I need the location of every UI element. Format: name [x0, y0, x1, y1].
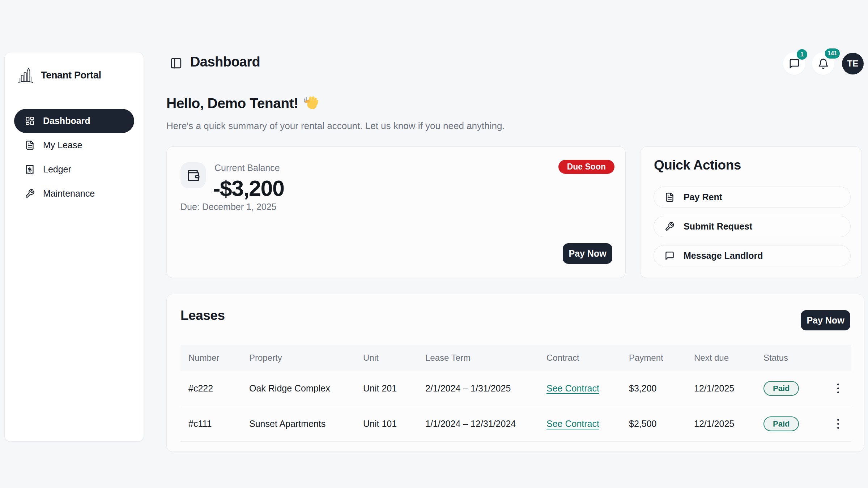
wrench-icon — [665, 222, 675, 231]
see-contract-link[interactable]: See Contract — [546, 419, 599, 429]
quick-actions-title: Quick Actions — [654, 158, 741, 173]
lease-property: Sunset Apartments — [249, 419, 363, 429]
status-badge: Paid — [763, 381, 799, 396]
due-soon-badge: Due Soon — [558, 160, 614, 174]
table-row: #c222 Oak Ridge Complex Unit 201 2/1/202… — [180, 371, 851, 406]
sidebar-toggle-button[interactable] — [170, 57, 182, 69]
bell-icon — [818, 58, 829, 69]
greeting-title: Hello, Demo Tenant! — [166, 95, 298, 111]
column-header-number: Number — [188, 353, 249, 363]
column-header-property: Property — [249, 353, 363, 363]
lease-term: 1/1/2024 – 12/31/2024 — [425, 419, 546, 429]
lease-payment: $3,200 — [629, 383, 694, 394]
greeting: Hello, Demo Tenant! 👋 — [166, 95, 319, 111]
file-text-icon — [25, 140, 35, 150]
greeting-subtitle: Here's a quick summary of your rental ac… — [166, 120, 505, 132]
sidebar-item-label: Ledger — [43, 164, 71, 175]
panel-left-icon — [170, 57, 182, 69]
see-contract-link[interactable]: See Contract — [546, 383, 599, 394]
lease-next-due: 12/1/2025 — [694, 383, 763, 394]
status-badge: Paid — [763, 416, 799, 431]
brand-name: Tenant Portal — [41, 70, 101, 81]
message-square-icon — [665, 251, 675, 261]
sidebar-item-maintenance[interactable]: Maintenance — [14, 181, 134, 206]
lease-property: Oak Ridge Complex — [249, 383, 363, 394]
leases-table: Number Property Unit Lease Term Contract… — [180, 345, 851, 442]
row-actions-menu-button[interactable] — [834, 380, 843, 397]
messages-count-badge: 1 — [797, 49, 807, 60]
lease-unit: Unit 201 — [363, 383, 425, 394]
sidebar: Tenant Portal Dashboard My Lease Ledger — [4, 52, 144, 442]
sidebar-item-my-lease[interactable]: My Lease — [14, 133, 134, 157]
lease-unit: Unit 101 — [363, 419, 425, 429]
pay-now-button[interactable]: Pay Now — [563, 243, 612, 264]
wallet-icon — [187, 169, 200, 182]
quick-action-label: Message Landlord — [684, 251, 763, 261]
sidebar-item-ledger[interactable]: Ledger — [14, 157, 134, 181]
quick-actions-list: Pay Rent Submit Request Message Landlord — [654, 187, 851, 266]
sidebar-item-label: Maintenance — [43, 188, 95, 199]
column-header-unit: Unit — [363, 353, 425, 363]
balance-due-date: Due: December 1, 2025 — [180, 202, 276, 212]
brand: Tenant Portal — [14, 63, 134, 88]
column-header-contract: Contract — [546, 353, 629, 363]
row-actions-menu-button[interactable] — [834, 415, 843, 432]
quick-actions-card: Quick Actions Pay Rent Submit Request Me… — [640, 146, 862, 278]
submit-request-button[interactable]: Submit Request — [654, 216, 851, 237]
pay-rent-button[interactable]: Pay Rent — [654, 187, 851, 208]
leases-table-header: Number Property Unit Lease Term Contract… — [180, 345, 851, 371]
balance-amount: -$3,200 — [213, 176, 284, 201]
sidebar-item-label: Dashboard — [43, 116, 90, 126]
message-landlord-button[interactable]: Message Landlord — [654, 245, 851, 266]
lease-number: #c222 — [188, 383, 249, 394]
receipt-dollar-icon — [25, 164, 35, 174]
leases-title: Leases — [180, 308, 225, 323]
quick-action-label: Submit Request — [684, 221, 752, 232]
wrench-icon — [25, 189, 35, 198]
sidebar-item-dashboard[interactable]: Dashboard — [14, 109, 134, 133]
lease-payment: $2,500 — [629, 419, 694, 429]
leases-card: Leases Pay Now Number Property Unit Leas… — [166, 294, 864, 452]
user-avatar[interactable]: TE — [842, 53, 864, 74]
quick-action-label: Pay Rent — [684, 192, 722, 202]
waving-hand-emoji — [303, 95, 319, 111]
lease-term: 2/1/2024 – 1/31/2025 — [425, 383, 546, 394]
current-balance-card: Current Balance -$3,200 Due Soon Due: De… — [166, 146, 626, 278]
column-header-next-due: Next due — [694, 353, 763, 363]
wallet-icon-tile — [180, 162, 206, 188]
leases-pay-now-button[interactable]: Pay Now — [801, 310, 850, 330]
column-header-payment: Payment — [629, 353, 694, 363]
lease-number: #c111 — [188, 419, 249, 429]
message-square-icon — [789, 58, 800, 69]
page-title: Dashboard — [190, 54, 260, 70]
notifications-count-badge: 141 — [825, 48, 840, 59]
city-buildings-logo-icon — [18, 65, 33, 85]
column-header-status: Status — [763, 353, 825, 363]
lease-next-due: 12/1/2025 — [694, 419, 763, 429]
sidebar-nav: Dashboard My Lease Ledger Maintenance — [14, 109, 134, 206]
layout-dashboard-icon — [25, 116, 35, 126]
sidebar-item-label: My Lease — [43, 140, 82, 150]
balance-label: Current Balance — [214, 163, 280, 173]
column-header-lease-term: Lease Term — [425, 353, 546, 363]
table-row: #c111 Sunset Apartments Unit 101 1/1/202… — [180, 406, 851, 442]
file-text-icon — [665, 192, 675, 202]
